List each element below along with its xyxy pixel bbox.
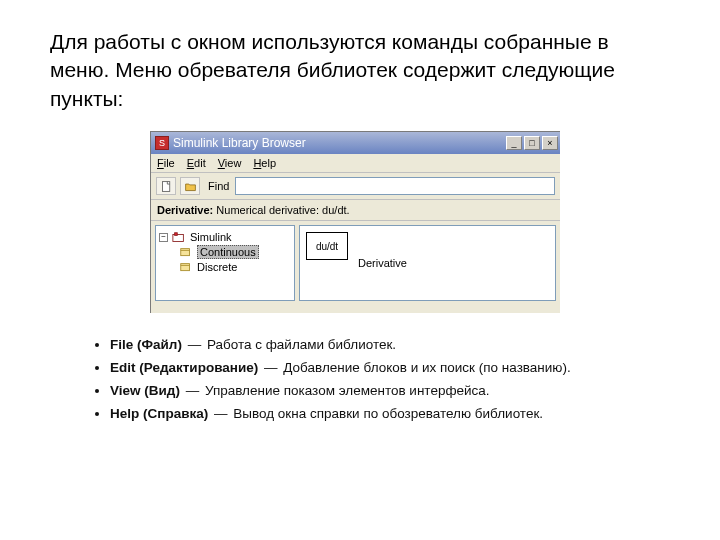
svg-rect-3 (181, 249, 190, 256)
bullet-title: View (Вид) (110, 383, 180, 398)
tree-item-discrete-label: Discrete (197, 261, 237, 273)
library-icon (179, 246, 193, 258)
content-pane: du/dt Derivative (299, 225, 556, 301)
new-file-button[interactable] (156, 177, 176, 195)
block-derivative-icon[interactable]: du/dt (306, 232, 348, 260)
simulink-window: S Simulink Library Browser _ □ × File Ed… (150, 131, 560, 313)
menu-description-list: File (Файл) — Работа с файлами библиотек… (50, 335, 670, 425)
list-item: Edit (Редактирование) — Добавление блоко… (110, 358, 670, 379)
dash: — (264, 360, 278, 375)
menubar: File Edit View Help (151, 154, 560, 173)
tree-root-simulink[interactable]: − Simulink (159, 230, 291, 244)
bullet-desc: Управление показом элементов интерфейса. (205, 383, 490, 398)
info-desc: Numerical derivative: du/dt. (216, 204, 349, 216)
svg-rect-2 (175, 233, 178, 236)
menu-file[interactable]: File (157, 157, 175, 169)
dash: — (186, 383, 200, 398)
dash: — (214, 406, 228, 421)
info-bar: Derivative: Numerical derivative: du/dt. (151, 200, 560, 221)
close-button[interactable]: × (542, 136, 558, 150)
maximize-button[interactable]: □ (524, 136, 540, 150)
app-icon: S (155, 136, 169, 150)
bullet-desc: Работа с файлами библиотек. (207, 337, 396, 352)
svg-rect-5 (181, 264, 190, 271)
titlebar: S Simulink Library Browser _ □ × (151, 132, 560, 154)
collapse-icon[interactable]: − (159, 233, 168, 242)
minimize-button[interactable]: _ (506, 136, 522, 150)
info-label: Derivative: (157, 204, 213, 216)
toolbar: Find (151, 173, 560, 200)
menu-edit[interactable]: Edit (187, 157, 206, 169)
find-label: Find (208, 180, 229, 192)
tree-item-continuous-label: Continuous (197, 245, 259, 259)
bullet-title: Help (Справка) (110, 406, 208, 421)
library-tree-pane: − Simulink Continuous Discrete (155, 225, 295, 301)
find-input[interactable] (235, 177, 555, 195)
tree-item-continuous[interactable]: Continuous (159, 244, 291, 260)
menu-view[interactable]: View (218, 157, 242, 169)
tree-item-discrete[interactable]: Discrete (159, 260, 291, 274)
menu-help[interactable]: Help (253, 157, 276, 169)
bullet-title: File (Файл) (110, 337, 182, 352)
intro-paragraph: Для работы с окном используются команды … (50, 28, 670, 113)
open-file-button[interactable] (180, 177, 200, 195)
list-item: Help (Справка) — Вывод окна справки по о… (110, 404, 670, 425)
block-derivative-label: Derivative (358, 232, 407, 294)
bullet-desc: Добавление блоков и их поиск (по названи… (283, 360, 570, 375)
bullet-desc: Вывод окна справки по обозревателю библи… (233, 406, 543, 421)
list-item: File (Файл) — Работа с файлами библиотек… (110, 335, 670, 356)
list-item: View (Вид) — Управление показом элементо… (110, 381, 670, 402)
bullet-title: Edit (Редактирование) (110, 360, 258, 375)
library-icon (179, 261, 193, 273)
window-title: Simulink Library Browser (173, 136, 506, 150)
svg-rect-0 (162, 181, 169, 191)
simulink-root-icon (172, 231, 186, 243)
dash: — (188, 337, 202, 352)
tree-root-label: Simulink (190, 231, 232, 243)
